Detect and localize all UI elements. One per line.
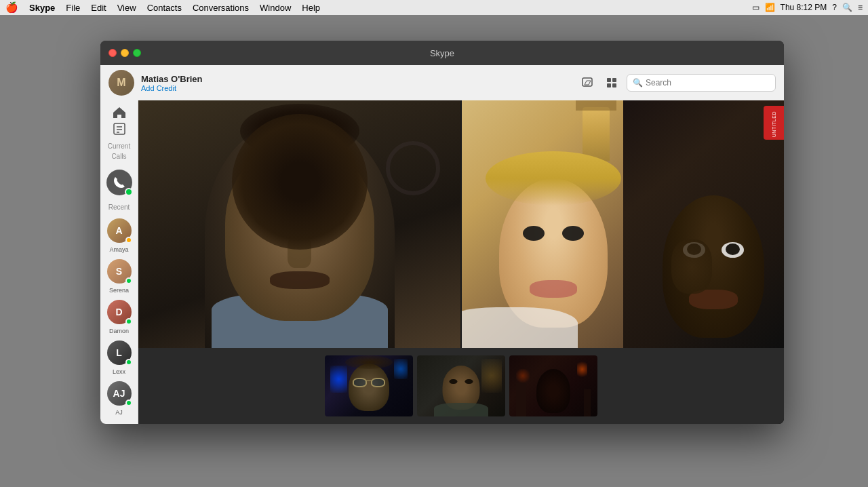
- app-menu-skype[interactable]: Skype: [24, 3, 60, 13]
- menubar-help-icon[interactable]: ?: [832, 3, 837, 12]
- video-main-feeds: UNTITLED: [138, 100, 784, 348]
- close-button[interactable]: [108, 49, 117, 57]
- face-left-overlay: [225, 144, 374, 321]
- window-title: Skype: [430, 48, 454, 58]
- add-credit-link[interactable]: Add Credit: [141, 84, 203, 92]
- menubar-hamburger-icon[interactable]: ≡: [858, 3, 863, 12]
- sidebar-home-button[interactable]: [105, 106, 134, 119]
- serena-avatar-container: S: [105, 257, 134, 286]
- svg-rect-4: [612, 83, 616, 87]
- titlebar: Skype: [100, 41, 784, 65]
- menubar-time: Thu 8:12 PM: [781, 3, 827, 12]
- red-button-label: UNTITLED: [772, 111, 776, 137]
- header-bar: M Matias O'Brien Add Credit: [100, 65, 784, 100]
- sidebar-contact-amaya[interactable]: A Amaya: [102, 215, 137, 253]
- user-info: Matias O'Brien Add Credit: [141, 74, 203, 92]
- menu-contacts[interactable]: Contacts: [142, 3, 187, 13]
- menu-edit[interactable]: Edit: [85, 3, 111, 13]
- lexx-status-dot: [125, 359, 132, 366]
- traffic-lights: [108, 49, 141, 57]
- phone-status-dot: [125, 188, 133, 196]
- menubar-wifi-icon: 📶: [765, 3, 775, 12]
- avatar-initials: M: [108, 70, 134, 96]
- svg-rect-1: [607, 78, 611, 82]
- sidebar-contacts-button[interactable]: [105, 122, 134, 136]
- amaya-status-dot: [125, 237, 132, 244]
- current-calls-label: Current: [108, 142, 130, 150]
- search-bar[interactable]: 🔍: [627, 74, 776, 92]
- menubar: 🍎 Skype File Edit View Contacts Conversa…: [0, 0, 868, 15]
- menu-file[interactable]: File: [60, 3, 85, 13]
- aj-name: AJ: [102, 409, 137, 416]
- damon-avatar-container: D: [105, 298, 134, 326]
- video-call-area: UNTITLED: [138, 100, 784, 424]
- current-calls-label-2: Calls: [111, 153, 126, 160]
- damon-name: Damon: [102, 328, 137, 334]
- video-bg-right-right: [623, 100, 785, 348]
- thumbnail-2[interactable]: [417, 355, 505, 416]
- aj-avatar-container: AJ: [105, 379, 134, 408]
- aj-status-dot: [125, 400, 132, 406]
- amaya-name: Amaya: [102, 246, 137, 253]
- menu-conversations[interactable]: Conversations: [187, 3, 254, 13]
- search-input[interactable]: [646, 78, 770, 87]
- compose-button[interactable]: [578, 73, 597, 92]
- sidebar-contact-damon[interactable]: D Damon: [102, 296, 137, 334]
- sidebar: Current Calls Recent A Am: [100, 100, 138, 424]
- menubar-right: ▭ 📶 Thu 8:12 PM ? 🔍 ≡: [752, 3, 863, 12]
- search-icon: 🔍: [633, 78, 643, 87]
- thumbnail-1[interactable]: [325, 355, 413, 416]
- header-actions: 🔍: [578, 73, 776, 92]
- bg-wheel: [386, 141, 440, 195]
- sidebar-contact-serena[interactable]: S Serena: [102, 256, 137, 294]
- user-name: Matias O'Brien: [141, 74, 203, 84]
- menubar-screen-share-icon: ▭: [752, 3, 760, 12]
- minimize-button[interactable]: [121, 49, 129, 57]
- sidebar-bottom: [105, 418, 134, 424]
- apple-menu[interactable]: 🍎: [5, 1, 18, 14]
- svg-rect-3: [607, 83, 611, 87]
- sidebar-history-button[interactable]: [105, 418, 134, 424]
- current-calls-section: Current Calls: [108, 141, 130, 161]
- video-bg-left: [138, 100, 460, 348]
- skype-window: Skype M Matias O'Brien Add Credit: [100, 41, 784, 424]
- main-content: Current Calls Recent A Am: [100, 100, 784, 424]
- video-bg-right: [462, 100, 784, 348]
- red-untitled-button[interactable]: UNTITLED: [764, 106, 784, 140]
- phone-call-button[interactable]: [106, 170, 132, 195]
- svg-rect-2: [612, 78, 616, 82]
- recent-label: Recent: [108, 203, 130, 211]
- video-feed-left: [138, 100, 462, 348]
- grid-button[interactable]: [602, 73, 621, 92]
- maximize-button[interactable]: [133, 49, 141, 57]
- menu-window[interactable]: Window: [254, 3, 296, 13]
- menubar-search-icon[interactable]: 🔍: [842, 3, 852, 12]
- menu-view[interactable]: View: [112, 3, 142, 13]
- user-avatar: M: [108, 70, 134, 96]
- thumbnail-strip: [138, 348, 784, 424]
- lexx-avatar-container: L: [105, 338, 134, 367]
- sidebar-contact-aj[interactable]: AJ AJ: [102, 378, 137, 416]
- serena-name: Serena: [102, 287, 137, 294]
- shirt-overlay: [212, 294, 388, 348]
- sidebar-contact-lexx[interactable]: L Lexx: [102, 337, 137, 375]
- damon-status-dot: [125, 318, 132, 325]
- lexx-name: Lexx: [102, 368, 137, 375]
- video-bg-right-left: [462, 100, 623, 348]
- video-feed-right: UNTITLED: [462, 100, 784, 348]
- woman-left-face: [499, 178, 608, 328]
- amaya-avatar-container: A: [105, 216, 134, 245]
- menu-help[interactable]: Help: [296, 3, 326, 13]
- thumbnail-3[interactable]: [509, 355, 597, 416]
- serena-status-dot: [125, 277, 132, 284]
